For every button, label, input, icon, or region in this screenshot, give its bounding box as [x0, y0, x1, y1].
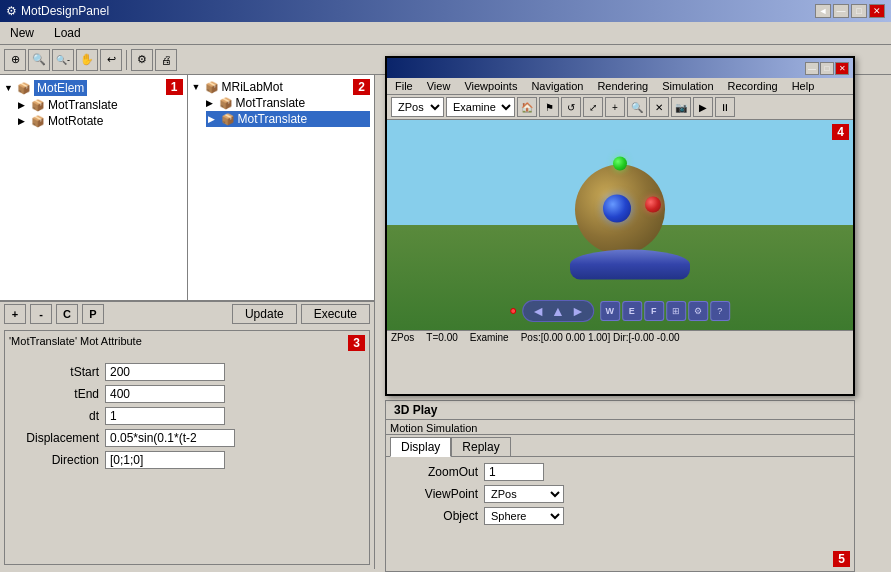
viewer-3d-area: 4 ◄ ▲ ► W E F [387, 120, 853, 330]
tool-print[interactable]: 🖨 [155, 49, 177, 71]
menu-load[interactable]: Load [48, 24, 87, 42]
tree-panel-2: 2 ▼ 📦 MRiLabMot ▶ 📦 MotTranslate ▶ 📦 [188, 75, 375, 300]
nav-w-btn[interactable]: W [600, 301, 620, 321]
zoomout-input[interactable] [484, 463, 544, 481]
copy-btn[interactable]: C [56, 304, 78, 324]
execute-button[interactable]: Execute [301, 304, 370, 324]
tool-zoom-out[interactable]: 🔍- [52, 49, 74, 71]
tree-panel-1: 1 ▼ 📦 MotElem ▶ 📦 MotTranslate ▶ 📦 [0, 75, 188, 300]
viewer-stop-btn[interactable]: ⏸ [715, 97, 735, 117]
viewer-menu-file[interactable]: File [391, 79, 417, 93]
green-sphere [613, 157, 627, 171]
nav-control: ◄ ▲ ► [522, 300, 594, 322]
viewer-pan-btn[interactable]: ✕ [649, 97, 669, 117]
tree-item-mrilabmot[interactable]: ▼ 📦 MRiLabMot [192, 79, 371, 95]
bottom-display-content: ZoomOut ViewPoint ZPosXPosYPos Object Sp… [386, 457, 854, 531]
viewer-fit-btn[interactable]: ⤢ [583, 97, 603, 117]
viewer-home-btn[interactable]: 🏠 [517, 97, 537, 117]
tend-input[interactable] [105, 385, 225, 403]
tool-add[interactable]: ⊕ [4, 49, 26, 71]
nav-grid-btn[interactable]: ⊞ [666, 301, 686, 321]
add-btn[interactable]: + [4, 304, 26, 324]
tree-item-motrotate[interactable]: ▶ 📦 MotRotate [18, 113, 183, 129]
viewer-menu-navigation[interactable]: Navigation [527, 79, 587, 93]
viewer-menu-view[interactable]: View [423, 79, 455, 93]
nav-left-arrow[interactable]: ◄ [531, 303, 545, 319]
direction-input[interactable] [105, 451, 225, 469]
panel2-label: 2 [353, 79, 370, 95]
viewer-zoom-out-btn[interactable]: 🔍 [627, 97, 647, 117]
viewer-zoom-in-btn[interactable]: + [605, 97, 625, 117]
dt-input[interactable] [105, 407, 225, 425]
displacement-input[interactable] [105, 429, 235, 447]
mrilabmot-icon: 📦 [205, 81, 219, 94]
expand-arrow-mottranslate3: ▶ [208, 114, 218, 124]
viewer-maximize[interactable]: □ [820, 62, 834, 75]
nav-gear-btn[interactable]: ⚙ [688, 301, 708, 321]
tool-settings[interactable]: ⚙ [131, 49, 153, 71]
viewer-reset-btn[interactable]: ↺ [561, 97, 581, 117]
viewer-menu-help[interactable]: Help [788, 79, 819, 93]
nav-e-btn[interactable]: E [622, 301, 642, 321]
minimize-button[interactable]: — [833, 4, 849, 18]
dt-label: dt [9, 407, 99, 425]
tree-item-motelem[interactable]: ▼ 📦 MotElem [4, 79, 183, 97]
update-button[interactable]: Update [232, 304, 297, 324]
tstart-input[interactable] [105, 363, 225, 381]
viewer-label: 4 [832, 124, 849, 140]
bottom-panel: 3D Play Motion Simulation Display Replay… [385, 400, 855, 572]
viewpoint-label: ViewPoint [398, 487, 478, 501]
tool-zoom-in[interactable]: 🔍 [28, 49, 50, 71]
nav-help-btn[interactable]: ? [710, 301, 730, 321]
mottranslate1-label: MotTranslate [48, 98, 118, 112]
maximize-button[interactable]: □ [851, 4, 867, 18]
panel1-children: ▶ 📦 MotTranslate ▶ 📦 MotRotate [4, 97, 183, 129]
menu-bar: New Load [0, 22, 891, 45]
title-bar: ⚙ MotDesignPanel ◄ — □ ✕ [0, 0, 891, 22]
tab-display[interactable]: Display [390, 437, 451, 457]
tool-pan[interactable]: ✋ [76, 49, 98, 71]
object-select[interactable]: SphereCube [484, 507, 564, 525]
viewer-menu-simulation[interactable]: Simulation [658, 79, 717, 93]
3d-object [570, 165, 670, 275]
nav-f-btn[interactable]: F [644, 301, 664, 321]
viewer-menu-recording[interactable]: Recording [724, 79, 782, 93]
tree-item-mottranslate-1[interactable]: ▶ 📦 MotTranslate [18, 97, 183, 113]
viewer-menu-bar: File View Viewpoints Navigation Renderin… [387, 78, 853, 95]
mottranslate3-label: MotTranslate [238, 112, 308, 126]
menu-new[interactable]: New [4, 24, 40, 42]
nav-up-arrow[interactable]: ▲ [551, 303, 565, 319]
blue-sphere [603, 195, 631, 223]
direction-label: Direction [9, 451, 99, 469]
mode-dropdown[interactable]: ExamineWalkFly [446, 97, 515, 117]
expand-arrow-1: ▼ [4, 83, 14, 93]
mottranslate3-icon: 📦 [221, 113, 235, 126]
viewer-menu-viewpoints[interactable]: Viewpoints [460, 79, 521, 93]
viewpoint-select[interactable]: ZPosXPosYPos [484, 485, 564, 503]
tab-replay[interactable]: Replay [451, 437, 510, 456]
tool-undo[interactable]: ↩ [100, 49, 122, 71]
viewer-close[interactable]: ✕ [835, 62, 849, 75]
tree-item-mottranslate-2[interactable]: ▶ 📦 MotTranslate [206, 95, 371, 111]
status-mode: Examine [470, 332, 509, 343]
remove-btn[interactable]: - [30, 304, 52, 324]
tree-item-mottranslate-3[interactable]: ▶ 📦 MotTranslate [206, 111, 371, 127]
back-button[interactable]: ◄ [815, 4, 831, 18]
motion-sim-label: Motion Simulation [386, 420, 854, 435]
paste-btn[interactable]: P [82, 304, 104, 324]
viewer-play-btn[interactable]: ▶ [693, 97, 713, 117]
motrotate-icon: 📦 [31, 115, 45, 128]
viewer-minimize[interactable]: — [805, 62, 819, 75]
tree-area: 1 ▼ 📦 MotElem ▶ 📦 MotTranslate ▶ 📦 [0, 75, 374, 301]
zoomout-label: ZoomOut [398, 465, 478, 479]
viewer-screenshot-btn[interactable]: 📷 [671, 97, 691, 117]
viewer-flag-btn[interactable]: ⚑ [539, 97, 559, 117]
viewer-window: — □ ✕ File View Viewpoints Navigation Re… [385, 56, 855, 396]
nav-right-arrow[interactable]: ► [571, 303, 585, 319]
close-button[interactable]: ✕ [869, 4, 885, 18]
nav-stop-dot[interactable] [510, 308, 516, 314]
viewer-menu-rendering[interactable]: Rendering [593, 79, 652, 93]
mottranslate2-label: MotTranslate [236, 96, 306, 110]
app-title: MotDesignPanel [21, 4, 109, 18]
viewpoint-dropdown[interactable]: ZPosXPosYPos [391, 97, 444, 117]
